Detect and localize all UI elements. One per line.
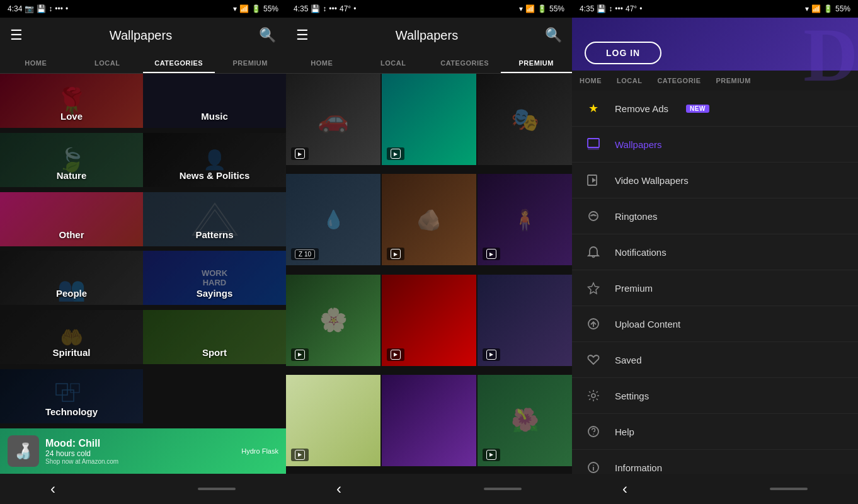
category-patterns[interactable]: Patterns	[143, 192, 286, 246]
svg-rect-3	[62, 390, 74, 401]
app-bar-2: ☰ Wallpapers 🔍	[286, 18, 572, 53]
play-icon-7: ▶	[295, 350, 305, 360]
category-sport[interactable]: Sport	[143, 310, 286, 364]
wallpaper-item-3[interactable]: 🎭	[478, 74, 572, 165]
menu-item-video[interactable]: Video Wallpapers	[572, 163, 858, 198]
search-icon-1[interactable]: 🔍	[259, 27, 276, 43]
tab-home-2[interactable]: HOME	[286, 53, 358, 73]
battery-icon-1: 🔋	[251, 4, 261, 13]
menu-tab-premium[interactable]: PREMIUM	[708, 71, 758, 91]
settings-menu-label: Settings	[615, 391, 649, 401]
video-icon	[585, 171, 602, 189]
tab-local-2[interactable]: LOCAL	[358, 53, 430, 73]
menu-tab-cat[interactable]: CATEGORIE	[649, 71, 708, 91]
svg-rect-4	[71, 384, 79, 392]
signal-icon-2: 📶	[525, 4, 535, 13]
svg-rect-5	[588, 139, 599, 147]
arrow-icon-2: ↕	[323, 4, 326, 13]
wallpaper-item-9[interactable]: ▶	[478, 275, 572, 366]
home-indicator-1	[198, 488, 236, 490]
category-sayings[interactable]: WORKHARD Sayings	[143, 251, 286, 305]
cat-label-music: Music	[143, 111, 286, 122]
wallpaper-item-10[interactable]: ▶	[286, 375, 380, 466]
menu-header: D LOG IN	[572, 18, 858, 71]
back-button-2[interactable]: ‹	[336, 480, 341, 498]
wifi-icon-3: ▾	[805, 4, 809, 13]
play-icon-5: ▶	[391, 249, 401, 259]
wall-badge-5: ▶	[387, 248, 404, 260]
login-button[interactable]: LOG IN	[585, 42, 661, 64]
category-people[interactable]: 👥 People	[0, 251, 143, 305]
time-1: 4:34	[8, 4, 22, 13]
tab-home-1[interactable]: HOME	[0, 53, 72, 73]
category-news[interactable]: 👤 News & Politics	[143, 133, 286, 187]
temp-2: 47°	[340, 4, 351, 13]
search-icon-2[interactable]: 🔍	[545, 27, 562, 43]
tab-categories-2[interactable]: CATEGORIES	[429, 53, 501, 73]
svg-marker-8	[592, 178, 596, 183]
menu-item-information[interactable]: Information	[572, 450, 858, 474]
ad-icon-1: 🍶	[8, 435, 39, 467]
tab-premium-1[interactable]: PREMIUM	[215, 53, 287, 73]
category-music[interactable]: Music	[143, 74, 286, 128]
tabs-1: HOME LOCAL CATEGORIES PREMIUM	[0, 53, 286, 74]
tab-categories-1[interactable]: CATEGORIES	[143, 53, 215, 73]
cat-label-sport: Sport	[143, 347, 286, 358]
category-technology[interactable]: Technology	[0, 369, 143, 423]
wallpaper-item-7[interactable]: 🌸 ▶	[286, 275, 380, 366]
wall-badge-10: ▶	[291, 449, 309, 461]
wall-badge-4: Z 10	[291, 248, 319, 260]
play-icon-8: ▶	[391, 350, 401, 360]
wallpaper-item-11[interactable]	[382, 375, 476, 466]
svg-point-13	[592, 394, 595, 398]
hamburger-icon-1[interactable]: ☰	[10, 27, 23, 43]
svg-marker-10	[588, 283, 599, 294]
menu-item-saved[interactable]: Saved	[572, 342, 858, 378]
menu-item-wallpapers[interactable]: Wallpapers	[572, 127, 858, 163]
tab-premium-2[interactable]: PREMIUM	[501, 53, 573, 73]
home-indicator-3	[770, 488, 808, 490]
ad-banner-1[interactable]: 🍶 Mood: Chill 24 hours cold Shop now at …	[0, 428, 286, 474]
wallpaper-item-4[interactable]: 💧 Z 10	[286, 174, 380, 265]
wall-bg-11	[382, 375, 476, 466]
wallpaper-item-6[interactable]: 🧍 ▶	[478, 174, 572, 265]
battery-icon-3: 🔋	[823, 4, 833, 13]
menu-list: ★ Remove Ads NEW Wallpapers Video Wa	[572, 91, 858, 474]
wall-badge-7: ▶	[291, 348, 309, 361]
hamburger-icon-2[interactable]: ☰	[296, 27, 309, 43]
category-love[interactable]: 🌹 Love	[0, 74, 143, 128]
ringtones-menu-label: Ringtones	[615, 211, 658, 222]
wallpapers-icon	[585, 135, 602, 153]
category-other[interactable]: Other	[0, 192, 143, 246]
wall-badge-8: ▶	[387, 348, 404, 361]
menu-item-help[interactable]: Help	[572, 414, 858, 450]
menu-tab-local[interactable]: LOCAL	[609, 71, 649, 91]
wallpaper-item-5[interactable]: 🪨 ▶	[382, 174, 476, 265]
menu-item-notifications[interactable]: Notifications	[572, 234, 858, 270]
svg-rect-6	[588, 147, 599, 150]
play-icon-6: ▶	[486, 249, 496, 259]
save-icon-2: 💾	[311, 4, 320, 13]
menu-tab-home[interactable]: HOME	[572, 71, 609, 91]
back-button-3[interactable]: ‹	[622, 480, 627, 498]
time-2: 4:35	[294, 4, 308, 13]
wallpaper-item-8[interactable]: ▶	[382, 275, 476, 366]
back-button-1[interactable]: ‹	[50, 480, 55, 498]
saved-icon	[585, 351, 602, 369]
wall-bg-3: 🎭	[478, 74, 572, 165]
battery-pct-2: 55%	[549, 4, 564, 13]
menu-item-settings[interactable]: Settings	[572, 378, 858, 414]
tab-local-1[interactable]: LOCAL	[72, 53, 144, 73]
wallpaper-item-2[interactable]: ▶	[382, 74, 476, 165]
nav-bar-1: ‹	[0, 474, 286, 504]
menu-item-ringtones[interactable]: Ringtones	[572, 198, 858, 234]
menu-item-upload[interactable]: Upload Content	[572, 306, 858, 342]
category-spiritual[interactable]: 🤲 Spiritual	[0, 310, 143, 364]
wallpaper-item-1[interactable]: 🚗 ▶	[286, 74, 380, 165]
menu-item-premium[interactable]: Premium	[572, 270, 858, 306]
svg-marker-1	[199, 210, 231, 232]
wallpaper-item-12[interactable]: 🌺 ▶	[478, 375, 572, 466]
category-nature[interactable]: 🍃 Nature	[0, 133, 143, 187]
ad-subtitle-1: 24 hours cold	[45, 449, 118, 458]
svg-point-17	[593, 465, 594, 466]
